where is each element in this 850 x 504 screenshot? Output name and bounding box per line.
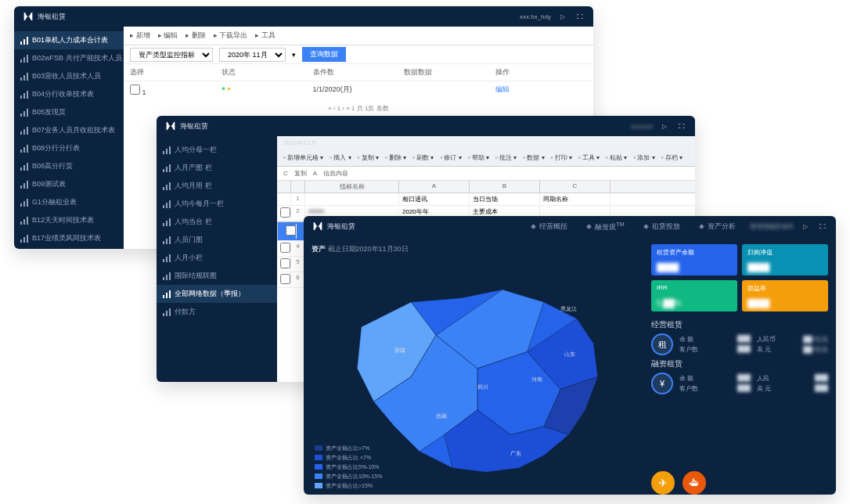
sidebar-item[interactable]: B17业绩类风同技术表 [14, 229, 124, 247]
sidebar-item[interactable]: B09测试表 [14, 175, 124, 193]
ribbon-item[interactable]: 信息内容 [323, 169, 348, 178]
row-checkbox[interactable] [280, 207, 290, 218]
pager[interactable]: « ‹ 1 › » 1 共 1页 条数 [124, 99, 593, 117]
nav-tab[interactable]: ◈融资观TM [586, 221, 625, 232]
svg-rect-60 [163, 295, 164, 298]
toolbar-item[interactable]: ▫ 删除 ▾ [384, 153, 408, 162]
sidebar-item[interactable]: B04分行收单技术表 [14, 85, 124, 103]
category-icon[interactable]: ⛴ [683, 471, 706, 495]
nav-tab[interactable]: ◈租赁投放 [643, 221, 680, 232]
svg-rect-23 [27, 163, 28, 171]
ribbon-item[interactable]: C [283, 170, 288, 177]
toolbar-item[interactable]: ▫ 插入 ▾ [328, 153, 352, 162]
sidebar-item[interactable]: 人月小栏 [157, 249, 277, 267]
toolbar-item[interactable]: ▸ 工具 [255, 31, 276, 41]
screen-icon[interactable]: ⛶ [676, 121, 687, 131]
play-icon[interactable]: ▷ [800, 221, 811, 232]
category-icon[interactable]: ✈ [651, 471, 675, 495]
status-dot-yellow: ▸ [228, 85, 232, 92]
sidebar-item[interactable]: B07业务人员月收租技术表 [14, 121, 124, 139]
svg-rect-14 [27, 109, 28, 117]
row-checkbox[interactable] [280, 243, 290, 253]
sidebar-item[interactable]: 人均今每月一栏 [157, 195, 277, 213]
play-icon[interactable]: ▷ [659, 121, 670, 131]
kpi-card[interactable]: 租赁资产余额████ [651, 244, 737, 275]
brand-logo: 海银租赁 [164, 120, 631, 132]
sidebar-item[interactable]: B01单机人力成本合计表 [14, 31, 124, 49]
china-map[interactable]: 新疆 西藏 四川 河南 山东 广东 黑龙江 资产金额占比>7%资产金额占比 <7… [312, 259, 643, 495]
bottom-icon-row: ✈⛴ [651, 471, 828, 495]
svg-rect-16 [23, 129, 25, 135]
toolbar-item[interactable]: ▫ 刷数 ▾ [411, 153, 435, 162]
sidebar-item[interactable]: 人员门图 [157, 231, 277, 249]
row-checkbox[interactable] [286, 225, 296, 236]
sidebar-item[interactable]: B03营收人员技术人员 [14, 67, 124, 85]
filter-type-select[interactable]: 资产类型监控指标 [130, 48, 213, 62]
toolbar-item[interactable]: ▫ 帮助 ▾ [466, 153, 491, 162]
mgr-label[interactable]: 管理理组区域对 [750, 222, 794, 231]
sheet-row[interactable]: 1 相日通讯当日当场同期名称 [277, 193, 695, 206]
svg-rect-53 [169, 236, 171, 244]
ribbon-item[interactable]: A [313, 170, 317, 177]
sidebar-item[interactable]: 人均当台 栏 [157, 213, 277, 231]
nav-tab[interactable]: ◈资产分析 [699, 221, 736, 232]
metric-section: 融资租赁¥余 额███客户数███人民███美 元███ [651, 358, 828, 394]
svg-rect-13 [23, 111, 25, 117]
sidebar-item[interactable]: G1分融租业表 [14, 193, 124, 211]
toolbar-item[interactable]: ▫ 工具 ▾ [577, 153, 601, 162]
ribbon-item[interactable]: 复制 [294, 169, 307, 178]
kpi-card[interactable]: 损益率████ [742, 280, 828, 311]
svg-rect-29 [27, 199, 28, 207]
toolbar-item[interactable]: ▫ 修订 ▾ [438, 153, 463, 162]
sidebar-item[interactable]: B08高分行页 [14, 157, 124, 175]
sidebar-item[interactable]: 全部网络数据（季报） [157, 285, 277, 303]
svg-rect-24 [20, 185, 22, 189]
kpi-card[interactable]: 归购净值████ [742, 244, 828, 275]
toolbar-item[interactable]: ▸ 编辑 [158, 31, 178, 41]
sidebar-item[interactable]: B02wFSB 共付产能技术人员 [14, 49, 124, 67]
svg-rect-56 [169, 254, 171, 262]
user-label[interactable]: xxx.hx_hdy [520, 13, 551, 20]
brand-name: 海银租赁 [180, 121, 208, 131]
sidebar-item[interactable]: 付款方 [157, 303, 277, 321]
toolbar-item[interactable]: ▸ 新增 [130, 31, 150, 41]
toolbar-item[interactable]: ▫ 数据 ▾ [521, 153, 546, 162]
toolbar-item[interactable]: ▫ 批注 ▾ [494, 153, 518, 162]
screen-icon[interactable]: ⛶ [574, 11, 585, 22]
nav-tab[interactable]: ◈经营概括 [531, 221, 567, 232]
legend-item: 资产金额占比>7% [315, 445, 382, 452]
row-checkbox[interactable] [280, 258, 290, 268]
sidebar-item[interactable]: B08分行分行表 [14, 139, 124, 157]
play-icon[interactable]: ▷ [557, 11, 568, 22]
sidebar-item[interactable]: 人均月用 栏 [157, 177, 277, 195]
edit-link[interactable]: 编辑 [495, 85, 587, 96]
svg-rect-31 [23, 219, 25, 225]
kpi-card[interactable]: IRR5.██% [651, 280, 737, 311]
svg-text:西藏: 西藏 [436, 412, 447, 419]
sidebar-item[interactable]: B05发现页 [14, 103, 124, 121]
sidebar-item[interactable]: 国际结规联图 [157, 267, 277, 285]
screen-icon[interactable]: ⛶ [817, 221, 828, 232]
sidebar-item[interactable]: B12天天时间技术表 [14, 211, 124, 229]
sidebar-item[interactable]: 人月产图 栏 [157, 159, 277, 177]
toolbar-item[interactable]: ▫ 复制 ▾ [356, 153, 380, 162]
table-row[interactable]: 1 ● ▸ 1/1/2020(月) 编辑 [124, 81, 593, 99]
date-chevron-icon[interactable]: ▾ [292, 51, 296, 59]
dashboard-right: 租赁资产余额████归购净值████IRR5.██%损益率████ 经营租赁租余… [651, 244, 828, 495]
toolbar-item[interactable]: ▫ 打印 ▾ [549, 153, 574, 162]
toolbar-item[interactable]: ▫ 存档 ▾ [660, 153, 684, 162]
sidebar-item[interactable]: 人均分母一栏 [157, 141, 277, 159]
svg-rect-52 [166, 239, 167, 244]
toolbar-item[interactable]: ▸ 下载导出 [214, 31, 248, 41]
user-label[interactable]: xxxxxxx [631, 123, 653, 130]
toolbar-item[interactable]: ▸ 删除 [185, 31, 206, 41]
toolbar-item[interactable]: ▫ 新增单元格 ▾ [282, 153, 325, 162]
toolbar-item[interactable]: ▫ 粘贴 ▾ [604, 153, 628, 162]
row-checkbox[interactable] [130, 85, 140, 95]
filter-date-select[interactable]: 2020年 11月 [219, 48, 286, 62]
chart-icon [163, 272, 171, 280]
query-button[interactable]: 查询数据 [302, 47, 346, 62]
col-header: 操作 [495, 67, 587, 77]
toolbar-item[interactable]: ▫ 添加 ▾ [632, 153, 656, 162]
row-checkbox[interactable] [280, 274, 290, 284]
